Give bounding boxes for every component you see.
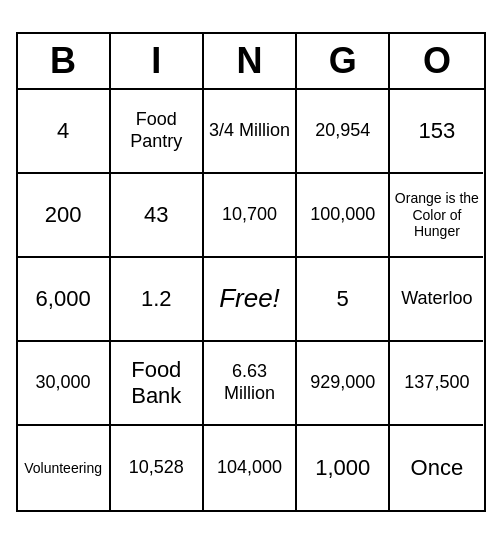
- bingo-cell-20: Volunteering: [18, 426, 111, 510]
- header-letter-o: O: [390, 34, 483, 88]
- header-letter-g: G: [297, 34, 390, 88]
- bingo-cell-5: 200: [18, 174, 111, 258]
- bingo-cell-17: 6.63 Million: [204, 342, 297, 426]
- bingo-cell-13: 5: [297, 258, 390, 342]
- bingo-cell-0: 4: [18, 90, 111, 174]
- bingo-cell-3: 20,954: [297, 90, 390, 174]
- bingo-cell-14: Waterloo: [390, 258, 483, 342]
- bingo-card: BINGO 4Food Pantry3/4 Million20,95415320…: [16, 32, 486, 512]
- bingo-cell-12: Free!: [204, 258, 297, 342]
- bingo-cell-7: 10,700: [204, 174, 297, 258]
- bingo-cell-6: 43: [111, 174, 204, 258]
- bingo-cell-21: 10,528: [111, 426, 204, 510]
- bingo-cell-19: 137,500: [390, 342, 483, 426]
- header-letter-i: I: [111, 34, 204, 88]
- bingo-cell-2: 3/4 Million: [204, 90, 297, 174]
- bingo-cell-8: 100,000: [297, 174, 390, 258]
- bingo-cell-16: Food Bank: [111, 342, 204, 426]
- bingo-cell-10: 6,000: [18, 258, 111, 342]
- bingo-cell-15: 30,000: [18, 342, 111, 426]
- bingo-cell-4: 153: [390, 90, 483, 174]
- bingo-cell-23: 1,000: [297, 426, 390, 510]
- bingo-cell-1: Food Pantry: [111, 90, 204, 174]
- bingo-cell-24: Once: [390, 426, 483, 510]
- header-letter-n: N: [204, 34, 297, 88]
- bingo-header: BINGO: [18, 34, 484, 90]
- bingo-cell-22: 104,000: [204, 426, 297, 510]
- bingo-cell-18: 929,000: [297, 342, 390, 426]
- bingo-grid: 4Food Pantry3/4 Million20,9541532004310,…: [18, 90, 484, 510]
- bingo-cell-9: Orange is the Color of Hunger: [390, 174, 483, 258]
- bingo-cell-11: 1.2: [111, 258, 204, 342]
- header-letter-b: B: [18, 34, 111, 88]
